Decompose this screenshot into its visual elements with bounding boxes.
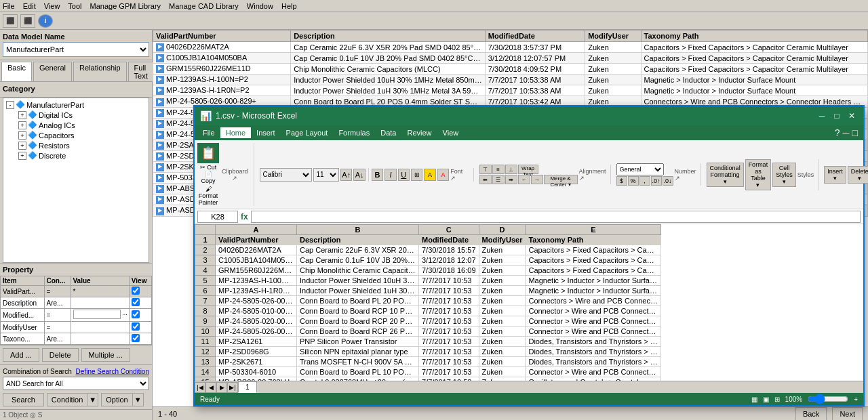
excel-cell-b10[interactable]: Conn Board to Board RCP 26 POS 0.4mm Sol… <box>297 327 419 337</box>
fill-color-btn[interactable]: A <box>424 169 435 181</box>
cell-styles-btn[interactable]: Cell Styles ▾ <box>772 163 796 187</box>
search-button[interactable]: Search <box>3 393 44 406</box>
delete-cells-btn[interactable]: Delete ▾ <box>848 166 868 184</box>
excel-cell-c10[interactable]: 7/7/2017 10:53 <box>419 327 479 337</box>
expand-btn-analogics[interactable]: + <box>18 121 26 129</box>
menu-file[interactable]: File <box>3 2 15 10</box>
excel-menu-home[interactable]: Home <box>220 127 251 138</box>
excel-cell-e14[interactable]: Connector > Wire and PCB Connectors > Co… <box>526 367 661 377</box>
excel-cell-a5[interactable]: MP-1239AS-H-100N=P2 <box>216 276 297 286</box>
expand-btn-resistors[interactable]: + <box>18 142 26 150</box>
excel-cell-e5[interactable]: Magnetic > Inductor > Inductor Surface M… <box>526 276 661 286</box>
multiple-button[interactable]: Multiple ... <box>81 348 130 362</box>
excel-cell-d11[interactable]: Zuken <box>479 337 526 347</box>
excel-cell-e11[interactable]: Diodes, Transistors and Thyristors > Bip… <box>526 337 661 347</box>
excel-menu-data[interactable]: Data <box>375 127 401 138</box>
excel-maximize-btn[interactable]: □ <box>831 110 843 122</box>
excel-cell-a6[interactable]: MP-1239AS-H-1R0N=P2 <box>216 286 297 296</box>
excel-view-normal[interactable]: ▦ <box>751 396 757 403</box>
excel-cell-c1[interactable]: ModifiedDate <box>419 235 479 245</box>
option-dropdown[interactable]: ▼ <box>133 393 144 406</box>
back-button[interactable]: Back <box>795 407 827 421</box>
col-header-user[interactable]: ModifyUser <box>585 30 641 42</box>
excel-table-row[interactable]: 10 MP-24-5805-026-000-829+ Conn Board to… <box>195 327 661 337</box>
increase-font-btn[interactable]: A↑ <box>340 169 352 181</box>
font-color-btn[interactable]: A <box>437 169 449 181</box>
sheet-nav-first[interactable]: |◀ <box>195 382 205 393</box>
excel-cell-a13[interactable]: MP-2SK2671 <box>216 357 297 367</box>
excel-table-row[interactable]: 14 MP-503304-6010 Conn Board to Board PL… <box>195 367 661 377</box>
excel-menu-view[interactable]: View <box>437 127 465 138</box>
excel-cell-e6[interactable]: Magnetic > Inductor > Inductor Surface M… <box>526 286 661 296</box>
align-middle-btn[interactable]: ≡ <box>492 165 505 174</box>
italic-btn[interactable]: I <box>384 169 396 181</box>
excel-cell-b3[interactable]: Cap Ceramic 0.1uF 10V JB 20% Pad SMD 040… <box>297 255 419 266</box>
align-center-btn[interactable]: ☰ <box>492 175 505 184</box>
excel-cell-d9[interactable]: Zuken <box>479 316 526 327</box>
excel-cell-d10[interactable]: Zuken <box>479 327 526 337</box>
comma-btn[interactable]: , <box>639 176 650 186</box>
excel-minimize2-icon[interactable]: ─ <box>843 127 850 138</box>
tab-fulltext[interactable]: Full Text <box>128 62 154 81</box>
expand-btn-digitalics[interactable]: + <box>18 111 26 119</box>
sheet-nav-next[interactable]: ▶ <box>216 382 227 393</box>
excel-menu-review[interactable]: Review <box>401 127 437 138</box>
tree-item-manufacturerpart[interactable]: - 🔷 ManufacturerPart <box>5 100 147 110</box>
excel-zoom-in[interactable]: + <box>854 396 858 403</box>
excel-cell-b11[interactable]: PNP Silicon Power Transistor <box>297 337 419 347</box>
prop-view-1[interactable] <box>129 286 151 297</box>
excel-cell-b13[interactable]: Trans MOSFET N-CH 900V 5A 3-Pin(3+Tab) F… <box>297 357 419 367</box>
prop-view-3[interactable] <box>129 309 151 322</box>
align-bottom-btn[interactable]: ⊥ <box>505 165 517 174</box>
toolbar-btn-1[interactable]: ⬛ <box>3 14 18 28</box>
excel-cell-a9[interactable]: MP-24-5805-020-000-829+ <box>216 316 297 327</box>
excel-cell-d12[interactable]: Zuken <box>479 347 526 357</box>
table-row[interactable]: ▶04026D226MAT2A Cap Ceramic 22uF 6.3V X5… <box>153 42 868 53</box>
excel-cell-e13[interactable]: Diodes, Transistors and Thyristors > FET… <box>526 357 661 367</box>
table-row[interactable]: ▶C1005JB1A104M050BA Cap Ceramic 0.1uF 10… <box>153 53 868 64</box>
excel-view-pagebreak[interactable]: ⊞ <box>774 396 780 403</box>
indent-dec-btn[interactable]: ← <box>518 175 530 184</box>
font-size-select[interactable]: 11 <box>313 168 340 182</box>
excel-cell-d14[interactable]: Zuken <box>479 367 526 377</box>
sheet-tab-1[interactable]: 1 <box>238 381 257 393</box>
next-button[interactable]: Next <box>832 407 863 421</box>
delete-button[interactable]: Delete <box>42 348 79 362</box>
prop-value-5[interactable] <box>71 333 129 345</box>
insert-btn[interactable]: Insert ▾ <box>824 166 846 184</box>
percent-btn[interactable]: % <box>628 176 639 186</box>
excel-cell-c13[interactable]: 7/7/2017 10:53 <box>419 357 479 367</box>
tab-general[interactable]: General <box>33 62 72 81</box>
prop-value-1[interactable]: * <box>71 286 129 297</box>
table-row[interactable]: ▶MP-1239AS-H-100N=P2 Inductor Power Shie… <box>153 75 868 85</box>
excel-close-btn[interactable]: ✕ <box>846 110 858 122</box>
excel-cell-a1[interactable]: ValidPartNumber <box>216 235 297 245</box>
excel-cell-c2[interactable]: 7/30/2018 15:57 <box>419 245 479 255</box>
excel-table-row[interactable]: 5 MP-1239AS-H-100N=P2 Inductor Power Shi… <box>195 276 661 286</box>
sheet-nav-last[interactable]: ▶| <box>227 382 238 393</box>
excel-cell-b2[interactable]: Cap Ceramic 22uF 6.3V X5R 20% Pad SMD 04… <box>297 245 419 255</box>
excel-cell-d4[interactable]: Zuken <box>479 266 526 276</box>
menu-manage-cad[interactable]: Manage CAD Library <box>169 2 239 10</box>
excel-minimize-btn[interactable]: ─ <box>816 110 828 122</box>
excel-table-row[interactable]: 13 MP-2SK2671 Trans MOSFET N-CH 900V 5A … <box>195 357 661 367</box>
align-top-btn[interactable]: ⊤ <box>479 165 492 174</box>
indent-inc-btn[interactable]: → <box>531 175 543 184</box>
table-row[interactable]: ▶MP-1239AS-H-1R0N=P2 Inductor Power Shie… <box>153 85 868 96</box>
excel-cell-b7[interactable]: Conn Board to Board PL 20 POS 0.4mm Sold… <box>297 296 419 306</box>
align-left-btn[interactable]: ⬅ <box>479 175 492 184</box>
condition-dropdown[interactable]: ▼ <box>87 393 98 406</box>
excel-cell-a4[interactable]: GRM155R60J226ME11D <box>216 266 297 276</box>
excel-cell-a10[interactable]: MP-24-5805-026-000-829+ <box>216 327 297 337</box>
excel-cell-e1[interactable]: Taxonomy Path <box>526 235 661 245</box>
excel-col-a[interactable]: A <box>216 225 297 235</box>
excel-view-layout[interactable]: ▣ <box>763 396 769 403</box>
excel-cell-a14[interactable]: MP-503304-6010 <box>216 367 297 377</box>
excel-cell-c11[interactable]: 7/7/2017 10:53 <box>419 337 479 347</box>
excel-cell-c3[interactable]: 3/12/2018 12:07 <box>419 255 479 266</box>
conditional-formatting-btn[interactable]: Conditional Formatting ▾ <box>707 163 744 187</box>
copy-btn[interactable]: 📄 Copy <box>197 171 219 184</box>
excel-table-row[interactable]: 9 MP-24-5805-020-000-829+ Conn Board to … <box>195 316 661 327</box>
model-select[interactable]: ManufacturerPart <box>3 42 149 57</box>
excel-menu-pagelayout[interactable]: Page Layout <box>281 127 334 138</box>
